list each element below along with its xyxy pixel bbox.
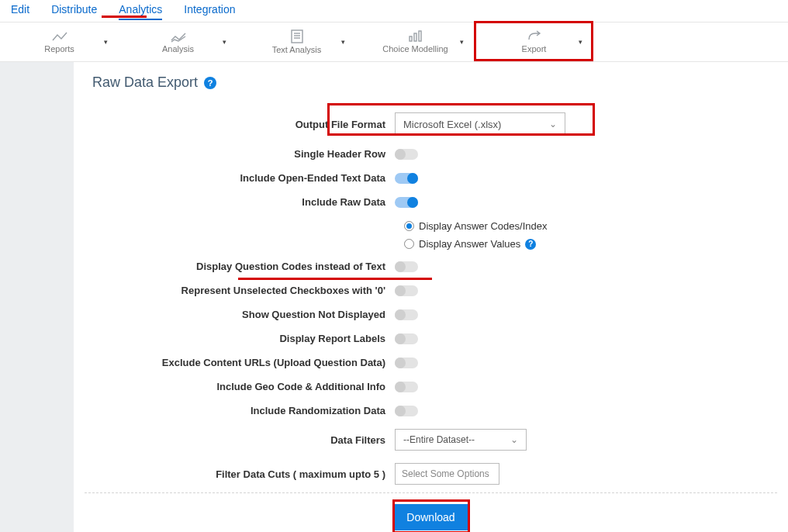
page-title: Raw Data Export ?: [92, 74, 769, 91]
analysis-icon: [170, 30, 187, 43]
output-format-value: Microsoft Excel (.xlsx): [403, 119, 501, 130]
toolbar-choice-modelling-label: Choice Modelling: [382, 44, 448, 54]
filters-value: --Entire Dataset--: [403, 434, 475, 445]
download-button[interactable]: Download: [392, 504, 468, 530]
exclude-urls-label: Exclude Content URLs (Upload Question Da…: [92, 357, 395, 368]
toolbar-text-analysis-label: Text Analysis: [272, 45, 322, 54]
filters-label: Data Filters: [92, 434, 395, 446]
radio-values[interactable]: [404, 239, 414, 249]
annotation-underline: [102, 16, 147, 18]
caret-icon: ▾: [223, 38, 226, 46]
nav-integration[interactable]: Integration: [184, 3, 235, 20]
export-form: Output File Format Microsoft Excel (.xls…: [92, 112, 769, 530]
cuts-label: Filter Data Cuts ( maximum upto 5 ): [92, 468, 395, 480]
svg-rect-5: [414, 33, 416, 41]
not-displayed-toggle[interactable]: [395, 309, 418, 320]
report-labels-label: Display Report Labels: [92, 333, 395, 344]
caret-icon: ▾: [460, 38, 464, 46]
single-header-label: Single Header Row: [92, 148, 395, 160]
svg-rect-6: [419, 31, 421, 41]
radio-values-label: Display Answer Values: [419, 238, 520, 250]
geo-label: Include Geo Code & Additional Info: [92, 381, 395, 392]
reports-icon: [51, 30, 68, 43]
page-title-text: Raw Data Export: [92, 74, 198, 91]
not-displayed-label: Show Question Not Displayed: [92, 309, 395, 320]
annotation-underline: [238, 278, 432, 280]
toolbar-text-analysis[interactable]: Text Analysis ▾: [237, 22, 356, 61]
analytics-toolbar: Reports ▾ Analysis ▾ Text Analysis ▾ Cho…: [0, 22, 788, 62]
single-header-toggle[interactable]: [395, 149, 418, 160]
toolbar-reports-label: Reports: [44, 44, 74, 54]
text-analysis-icon: [290, 29, 304, 43]
geo-toggle[interactable]: [395, 382, 418, 392]
svg-rect-0: [292, 30, 302, 43]
answer-display-group: Display Answer Codes/Index Display Answe…: [404, 220, 769, 250]
radio-values-row[interactable]: Display Answer Values ?: [404, 238, 769, 250]
cuts-multiselect[interactable]: Select Some Options: [395, 463, 499, 485]
toolbar-export-label: Export: [522, 44, 547, 54]
radio-codes-label: Display Answer Codes/Index: [419, 220, 547, 232]
help-icon[interactable]: ?: [525, 239, 536, 250]
toolbar-analysis-label: Analysis: [162, 44, 194, 54]
toolbar-export[interactable]: Export ▾: [475, 22, 593, 61]
nav-edit[interactable]: Edit: [11, 3, 29, 20]
report-labels-toggle[interactable]: [395, 333, 418, 344]
caret-icon: ▾: [341, 38, 345, 46]
raw-data-toggle[interactable]: [395, 197, 418, 208]
unselected-label: Represent Unselected Checkboxes with '0': [92, 285, 395, 296]
output-format-select[interactable]: Microsoft Excel (.xlsx) ⌄: [395, 112, 565, 136]
random-label: Include Randomization Data: [92, 405, 395, 416]
export-icon: [526, 30, 543, 43]
output-format-label: Output File Format: [92, 119, 395, 130]
exclude-urls-toggle[interactable]: [395, 358, 418, 368]
open-ended-toggle[interactable]: [395, 173, 418, 184]
chevron-down-icon: ⌄: [510, 434, 518, 445]
open-ended-label: Include Open-Ended Text Data: [92, 172, 395, 184]
help-icon[interactable]: ?: [204, 77, 216, 89]
q-codes-toggle[interactable]: [395, 261, 418, 272]
radio-codes-row[interactable]: Display Answer Codes/Index: [404, 220, 769, 232]
unselected-toggle[interactable]: [395, 285, 418, 296]
toolbar-choice-modelling[interactable]: Choice Modelling ▾: [356, 22, 475, 61]
random-toggle[interactable]: [395, 406, 418, 416]
nav-distribute[interactable]: Distribute: [51, 3, 97, 20]
cuts-placeholder: Select Some Options: [402, 468, 489, 479]
export-panel: Raw Data Export ? Output File Format Mic…: [74, 62, 788, 532]
filters-select[interactable]: --Entire Dataset-- ⌄: [395, 429, 527, 451]
toolbar-analysis[interactable]: Analysis ▾: [119, 22, 237, 61]
choice-modelling-icon: [407, 30, 424, 43]
toolbar-reports[interactable]: Reports ▾: [0, 22, 119, 61]
top-nav: Edit Distribute Analytics Integration: [0, 0, 788, 22]
svg-rect-4: [410, 36, 412, 41]
chevron-down-icon: ⌄: [549, 119, 557, 130]
q-codes-label: Display Question Codes instead of Text: [92, 261, 395, 272]
raw-data-label: Include Raw Data: [92, 196, 395, 208]
divider: [85, 492, 777, 493]
caret-icon: ▾: [104, 38, 108, 46]
caret-icon: ▾: [579, 38, 582, 46]
content-area: Raw Data Export ? Output File Format Mic…: [0, 62, 788, 532]
radio-codes[interactable]: [404, 221, 414, 231]
